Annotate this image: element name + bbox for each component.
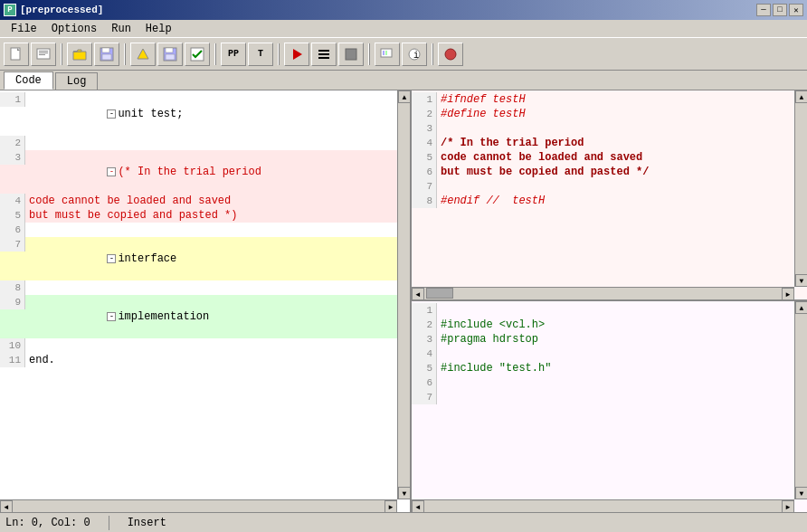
browse-button[interactable]	[130, 43, 156, 66]
rt-linecontent-7	[437, 179, 447, 194]
status-mode: Insert	[128, 517, 166, 529]
rt-line-3: 3	[412, 121, 794, 136]
collapse-marker-9[interactable]: -	[107, 312, 116, 321]
rt-line-7: 7	[412, 179, 794, 194]
open3-button[interactable]	[375, 43, 400, 66]
rt-linecontent-4: /* In the trial period	[437, 136, 584, 150]
status-position: Ln: 0, Col: 0	[5, 517, 90, 529]
svg-rect-7	[102, 54, 111, 60]
right-bottom-panel: 1 2 #include <vcl.h> 3 #pragma hdrstop	[412, 301, 807, 512]
save2-button[interactable]	[157, 43, 183, 66]
rt-linecontent-2: #define testH	[437, 107, 526, 121]
rb-linenum-4: 4	[412, 347, 437, 361]
open-button[interactable]	[67, 43, 92, 66]
new-button[interactable]	[4, 43, 29, 66]
close-button[interactable]: ✕	[789, 4, 803, 16]
left-hscroll-left[interactable]: ◄	[0, 500, 13, 513]
rb-scroll-track	[795, 314, 807, 487]
line-6: 6	[0, 223, 397, 237]
svg-point-22	[445, 49, 456, 60]
left-vscrollbar[interactable]: ▲ ▼	[397, 90, 410, 499]
rb-vscrollbar[interactable]: ▲ ▼	[794, 301, 807, 499]
rb-scroll-down[interactable]: ▼	[795, 487, 807, 499]
left-hscrollbar[interactable]: ◄ ►	[0, 499, 397, 512]
t-label: T	[258, 49, 263, 59]
titlebar-left: P [preprocessed]	[4, 4, 103, 16]
rb-line-5: 5 #include "test.h"	[412, 361, 794, 375]
menu-run[interactable]: Run	[104, 21, 138, 37]
rt-hscrollbar[interactable]: ◄ ►	[412, 287, 794, 299]
right-panels: 1 #ifndef testH 2 #define testH 3	[412, 90, 807, 512]
rt-hscroll-left[interactable]: ◄	[412, 288, 424, 300]
rb-linenum-6: 6	[412, 375, 437, 390]
pp-label: PP	[228, 49, 239, 59]
stop-button[interactable]	[338, 43, 364, 66]
rt-vscrollbar[interactable]: ▲ ▼	[794, 90, 807, 287]
linecontent-2	[25, 136, 35, 150]
rt-scroll-up[interactable]: ▲	[795, 90, 807, 103]
left-code-area[interactable]: 1 -unit test; 2 3 -(* In the trial perio…	[0, 90, 410, 512]
left-scroll-down[interactable]: ▼	[398, 487, 411, 499]
left-code-content: 1 -unit test; 2 3 -(* In the trial perio…	[0, 90, 397, 369]
pp-button[interactable]: PP	[221, 43, 246, 66]
open-recent-button[interactable]	[31, 43, 56, 66]
maximize-button[interactable]: □	[773, 4, 787, 16]
collapse-marker-3[interactable]: -	[107, 167, 116, 176]
linenum-8: 8	[0, 280, 25, 295]
save-button[interactable]	[94, 43, 119, 66]
rt-hscroll-track	[424, 288, 782, 299]
svg-rect-14	[318, 53, 329, 55]
collapse-marker-7[interactable]: -	[107, 254, 116, 263]
app-icon: P	[4, 4, 16, 16]
left-hscroll-right[interactable]: ►	[385, 500, 397, 513]
statusbar: Ln: 0, Col: 0 Insert	[0, 512, 807, 532]
rt-linenum-5: 5	[412, 150, 437, 165]
unit-button[interactable]	[438, 43, 463, 66]
menu-file[interactable]: File	[4, 21, 44, 37]
right-bottom-code-area[interactable]: 1 2 #include <vcl.h> 3 #pragma hdrstop	[412, 301, 807, 512]
right-bottom-content: 1 2 #include <vcl.h> 3 #pragma hdrstop	[412, 301, 794, 406]
rb-hscrollbar[interactable]: ◄ ►	[412, 499, 794, 512]
rt-linenum-2: 2	[412, 107, 437, 121]
check-button[interactable]	[185, 43, 210, 66]
tab-code[interactable]: Code	[4, 71, 53, 90]
toolbar: PP T i	[0, 38, 807, 71]
tab-log[interactable]: Log	[55, 72, 99, 90]
rt-linecontent-8: #endif // testH	[437, 194, 545, 208]
rb-linecontent-7	[437, 390, 447, 404]
rb-linecontent-4	[437, 347, 447, 361]
svg-rect-9	[166, 48, 173, 52]
left-scroll-up[interactable]: ▲	[398, 90, 411, 103]
titlebar-controls: — □ ✕	[756, 4, 803, 16]
svg-rect-1	[37, 49, 50, 59]
rt-line-8: 8 #endif // testH	[412, 194, 794, 208]
info-button[interactable]: i	[402, 43, 427, 66]
minimize-button[interactable]: —	[756, 4, 771, 16]
right-top-code-area[interactable]: 1 #ifndef testH 2 #define testH 3	[412, 90, 807, 299]
rt-linenum-4: 4	[412, 136, 437, 150]
menu-help[interactable]: Help	[138, 21, 179, 37]
menu-options[interactable]: Options	[44, 21, 104, 37]
t-button[interactable]: T	[248, 43, 273, 66]
svg-rect-6	[102, 48, 109, 52]
svg-rect-2	[39, 51, 48, 52]
list-button[interactable]	[311, 43, 337, 66]
svg-rect-4	[39, 54, 45, 55]
linenum-11: 11	[0, 353, 25, 367]
svg-rect-18	[383, 51, 385, 55]
rb-scroll-up[interactable]: ▲	[795, 301, 807, 314]
linenum-7: 7	[0, 237, 25, 252]
rb-hscroll-left[interactable]: ◄	[412, 500, 424, 513]
collapse-marker-1[interactable]: -	[107, 109, 116, 119]
rb-linenum-3: 3	[412, 332, 437, 347]
rb-linecontent-1	[437, 303, 447, 318]
rt-line-4: 4 /* In the trial period	[412, 136, 794, 150]
rt-scroll-down[interactable]: ▼	[795, 274, 807, 287]
run-button[interactable]	[284, 43, 309, 66]
toolbar-sep1	[61, 43, 62, 65]
rt-scroll-track	[795, 103, 807, 274]
rb-linenum-5: 5	[412, 361, 437, 375]
rt-linenum-6: 6	[412, 165, 437, 179]
rb-hscroll-right[interactable]: ►	[782, 500, 794, 513]
rt-hscroll-right[interactable]: ►	[782, 288, 794, 300]
